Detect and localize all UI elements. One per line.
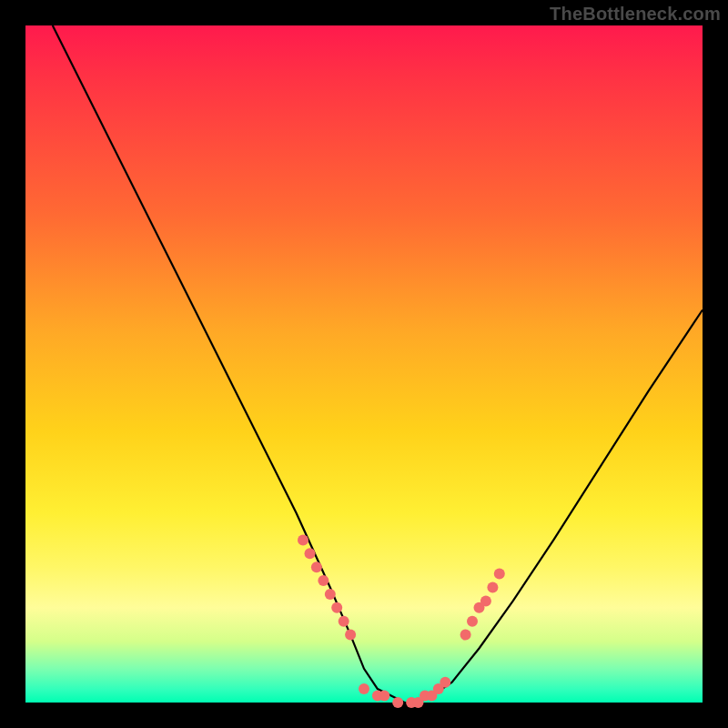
highlight-dot <box>345 630 356 641</box>
highlight-dot <box>339 616 349 627</box>
highlight-dot <box>359 683 369 694</box>
highlight-dot <box>440 677 450 688</box>
highlight-dot <box>379 691 389 702</box>
curve-svg <box>25 25 703 703</box>
highlight-dot <box>318 575 329 586</box>
highlight-dot <box>392 697 403 708</box>
highlight-dot <box>331 602 342 613</box>
highlight-dot <box>460 630 471 641</box>
highlight-dot <box>311 561 322 572</box>
highlight-dots <box>298 534 505 708</box>
chart-frame: TheBottleneck.com <box>0 0 728 728</box>
highlight-dot <box>305 548 316 559</box>
highlight-dot <box>298 534 308 545</box>
highlight-dot <box>494 569 505 580</box>
highlight-dot <box>467 616 478 627</box>
highlight-dot <box>325 589 336 600</box>
highlight-dot <box>487 582 498 593</box>
bottleneck-curve <box>53 25 703 703</box>
highlight-dot <box>480 595 491 606</box>
watermark-text: TheBottleneck.com <box>550 4 721 25</box>
plot-area <box>25 25 703 703</box>
